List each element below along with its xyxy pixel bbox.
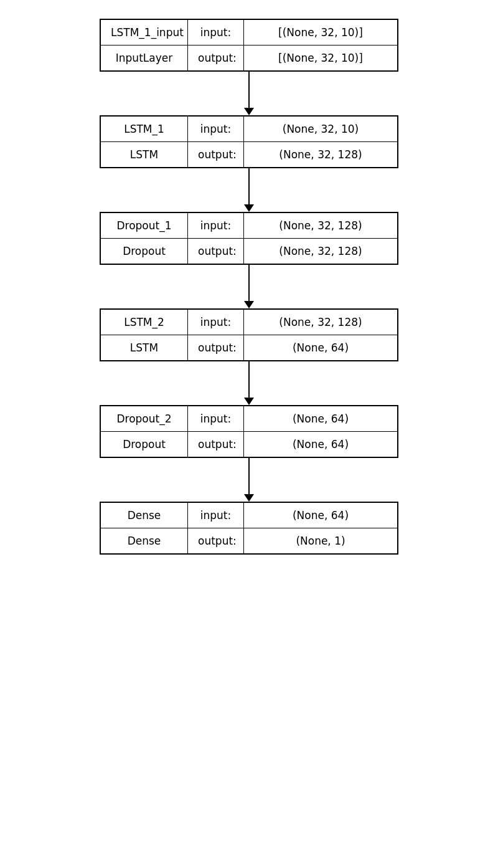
- arrow-line: [248, 72, 250, 108]
- layer-row: Dropout_1input:(None, 32, 128): [101, 213, 397, 239]
- layer-row: LSTMoutput:(None, 32, 128): [101, 142, 397, 167]
- arrow-line: [248, 458, 250, 494]
- connector-arrow: [244, 265, 254, 308]
- cell-shape-value: (None, 64): [244, 432, 397, 457]
- layer-row: Denseinput:(None, 64): [101, 503, 397, 528]
- layer-row: Denseoutput:(None, 1): [101, 528, 397, 553]
- cell-io-label: input:: [188, 20, 244, 45]
- cell-shape-value: (None, 32, 10): [244, 117, 397, 141]
- cell-io-label: input:: [188, 117, 244, 141]
- layer-row: LSTMoutput:(None, 64): [101, 335, 397, 360]
- cell-shape-value: (None, 64): [244, 503, 397, 528]
- cell-layer-name: LSTM: [101, 335, 188, 360]
- cell-io-label: input:: [188, 310, 244, 335]
- layer-block-lstm1-layer: LSTM_1input:(None, 32, 10)LSTMoutput:(No…: [100, 115, 398, 168]
- layer-block-dropout2-layer: Dropout_2input:(None, 64)Dropoutoutput:(…: [100, 405, 398, 458]
- layer-block-input-layer: LSTM_1_inputinput:[(None, 32, 10)]InputL…: [100, 19, 398, 72]
- arrow-head: [244, 301, 254, 308]
- arrow-line: [248, 168, 250, 204]
- cell-layer-name: LSTM_1: [101, 117, 188, 141]
- cell-layer-name: Dropout_1: [101, 213, 188, 238]
- arrow-head: [244, 204, 254, 212]
- cell-io-label: output:: [188, 45, 244, 70]
- cell-layer-name: InputLayer: [101, 45, 188, 70]
- layer-row: Dropoutoutput:(None, 32, 128): [101, 239, 397, 264]
- layer-block-lstm2-layer: LSTM_2input:(None, 32, 128)LSTMoutput:(N…: [100, 308, 398, 361]
- arrow-head: [244, 398, 254, 405]
- cell-layer-name: Dropout: [101, 432, 188, 457]
- cell-shape-value: (None, 32, 128): [244, 142, 397, 167]
- layer-block-dropout1-layer: Dropout_1input:(None, 32, 128)Dropoutout…: [100, 212, 398, 265]
- cell-shape-value: (None, 1): [244, 528, 397, 553]
- cell-io-label: input:: [188, 213, 244, 238]
- cell-io-label: output:: [188, 335, 244, 360]
- arrow-head: [244, 108, 254, 115]
- arrow-head: [244, 494, 254, 502]
- cell-layer-name: Dropout: [101, 239, 188, 264]
- connector-arrow: [244, 168, 254, 212]
- cell-shape-value: [(None, 32, 10)]: [244, 45, 397, 70]
- arrow-line: [248, 361, 250, 398]
- layer-block-dense-layer: Denseinput:(None, 64)Denseoutput:(None, …: [100, 502, 398, 555]
- connector-arrow: [244, 361, 254, 405]
- cell-io-label: output:: [188, 239, 244, 264]
- cell-io-label: output:: [188, 528, 244, 553]
- cell-io-label: output:: [188, 432, 244, 457]
- layer-row: InputLayeroutput:[(None, 32, 10)]: [101, 45, 397, 70]
- cell-shape-value: (None, 32, 128): [244, 310, 397, 335]
- cell-layer-name: LSTM: [101, 142, 188, 167]
- cell-io-label: input:: [188, 503, 244, 528]
- arrow-line: [248, 265, 250, 301]
- cell-layer-name: Dense: [101, 528, 188, 553]
- connector-arrow: [244, 72, 254, 115]
- layer-row: LSTM_1_inputinput:[(None, 32, 10)]: [101, 20, 397, 45]
- layer-row: LSTM_2input:(None, 32, 128): [101, 310, 397, 335]
- cell-io-label: input:: [188, 406, 244, 431]
- connector-arrow: [244, 458, 254, 502]
- cell-layer-name: LSTM_1_input: [101, 20, 188, 45]
- diagram-container: LSTM_1_inputinput:[(None, 32, 10)]InputL…: [0, 0, 498, 573]
- cell-shape-value: (None, 64): [244, 335, 397, 360]
- cell-layer-name: Dropout_2: [101, 406, 188, 431]
- cell-shape-value: (None, 32, 128): [244, 213, 397, 238]
- cell-io-label: output:: [188, 142, 244, 167]
- cell-layer-name: LSTM_2: [101, 310, 188, 335]
- layer-row: LSTM_1input:(None, 32, 10): [101, 117, 397, 142]
- cell-shape-value: (None, 32, 128): [244, 239, 397, 264]
- layer-row: Dropoutoutput:(None, 64): [101, 432, 397, 457]
- cell-shape-value: (None, 64): [244, 406, 397, 431]
- cell-layer-name: Dense: [101, 503, 188, 528]
- cell-shape-value: [(None, 32, 10)]: [244, 20, 397, 45]
- layer-row: Dropout_2input:(None, 64): [101, 406, 397, 432]
